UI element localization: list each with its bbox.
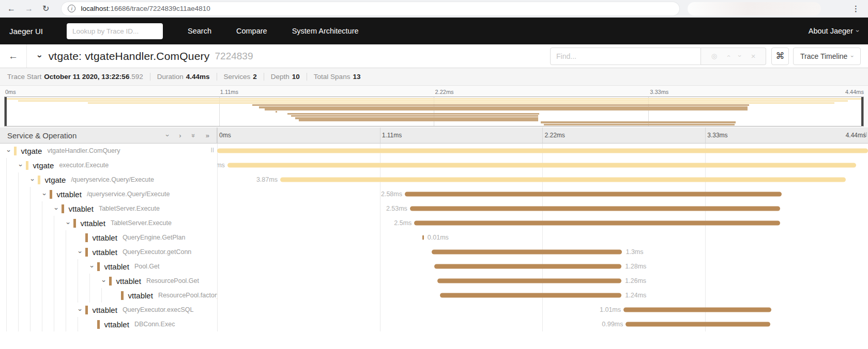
meta-duration: Duration4.44ms [157,73,210,81]
expand-all-icon[interactable]: » [206,132,209,139]
find-input[interactable] [550,47,701,65]
span-duration-bar[interactable] [432,250,622,255]
span-row[interactable]: ›vtgate/queryservice.Query/Execute3.87ms [0,172,868,187]
trace-view-selector[interactable]: Trace Timeline › [793,47,861,65]
tree-guide-line [30,187,31,201]
minimap-span-bar [544,124,735,125]
span-timeline-cell: 0.99ms [217,317,868,331]
nav-item-compare[interactable]: Compare [236,27,267,35]
span-name-cell: ›vttabletResourcePool.Get [0,274,217,288]
tree-guide-line [6,172,7,187]
span-duration-bar[interactable] [422,235,424,240]
span-duration-bar[interactable] [410,207,780,211]
service-name: vttablet [93,233,117,242]
span-expand-chevron-icon[interactable]: › [88,263,96,270]
tree-guide-line [6,259,7,274]
time-tick-label: 0ms [5,89,16,95]
tree-guide-line [42,317,42,331]
span-duration-bar[interactable] [626,322,770,327]
tree-guide-line [18,172,19,187]
tree-guide-line [42,245,42,259]
span-duration-bar[interactable] [440,293,621,298]
span-duration-bar[interactable] [623,308,771,312]
collapse-one-icon[interactable]: › [166,132,169,139]
span-timeline-cell: ms [217,158,868,172]
jaeger-logo[interactable]: Jaeger UI [9,27,43,36]
span-row[interactable]: ›vttabletPool.Get1.28ms [0,259,868,274]
next-match-icon[interactable]: › [739,53,741,59]
span-expand-chevron-icon[interactable]: › [5,148,12,154]
tree-guide-line [30,288,31,303]
browser-back-icon[interactable]: ← [7,5,16,13]
focus-match-icon[interactable]: ◎ [711,53,717,59]
timeline-ruler: || 0ms1.11ms2.22ms3.33ms4.44ms [217,128,868,143]
span-row[interactable]: ›vttabletTabletServer.Execute2.5ms [0,216,868,230]
meta-trace-start: Trace StartOctober 11 2020, 13:22:56.592 [7,73,143,81]
span-row[interactable]: ›vtgatevtgateHandler.ComQuery [0,144,868,158]
url-text: localhost:16686/trace/7224839c11ae4810 [81,5,210,12]
minimap-canvas[interactable] [4,97,864,126]
span-row[interactable]: ›vttabletQueryEngine.GetPlan0.01ms [0,230,868,245]
browser-reload-icon[interactable]: ↻ [42,5,49,13]
minimap-span-bar [287,113,539,115]
span-duration-bar[interactable] [434,264,621,269]
minimap-span-bar [299,119,538,121]
span-duration-bar[interactable] [280,178,846,182]
site-info-icon[interactable]: i [68,5,75,12]
span-duration-bar[interactable] [227,163,856,168]
span-row[interactable]: ›vttabletDBConn.Exec0.99ms [0,317,868,331]
time-tick-label: 1.11ms [220,89,238,95]
tree-guide-line [54,317,54,331]
service-name: vttablet [93,248,117,257]
expand-one-icon[interactable]: › [179,132,181,139]
span-row[interactable]: ›vttabletTabletServer.Execute2.53ms [0,201,868,216]
prev-match-icon[interactable]: › [727,53,729,59]
nav-item-system-architecture[interactable]: System Architecture [292,27,359,35]
span-expand-chevron-icon[interactable]: › [77,307,84,313]
back-button[interactable]: ← [0,44,27,68]
clear-find-icon[interactable]: × [751,52,756,60]
tree-guide-line [42,201,42,216]
meta-value: 2 [253,73,257,81]
column-splitter[interactable]: || [211,147,215,152]
address-bar[interactable]: i localhost:16686/trace/7224839c11ae4810 [62,2,679,15]
tree-guide-line [18,230,19,245]
meta-value-suffix: .592 [129,73,143,81]
span-duration-bar[interactable] [414,221,780,226]
browser-toolbar: ← → ↻ i localhost:16686/trace/7224839c11… [0,0,868,18]
keyboard-shortcuts-button[interactable]: ⌘ [771,47,789,65]
about-jaeger-menu[interactable]: About Jaeger › [809,27,859,35]
nav-item-search[interactable]: Search [188,27,211,35]
tree-guide-line [54,245,54,259]
span-row[interactable]: ›vttabletResourcePool.factory1.24ms [0,288,868,303]
tree-guide-line [54,303,54,317]
collapse-trace-detail-icon[interactable]: › [38,51,41,61]
span-duration-bar[interactable] [437,279,621,283]
span-expand-chevron-icon[interactable]: › [77,249,84,256]
time-tick-label: 4.44ms [846,132,866,139]
span-name-cell: ›vtgate/queryservice.Query/Execute [0,172,217,187]
browser-forward-icon[interactable]: → [25,5,33,13]
span-expand-chevron-icon[interactable]: › [29,177,36,183]
minimap-left-scrubber[interactable] [5,97,7,126]
span-expand-chevron-icon[interactable]: › [53,205,60,212]
minimap-right-scrubber[interactable] [861,97,863,126]
span-duration-bar[interactable] [217,149,868,153]
span-expand-chevron-icon[interactable]: › [41,191,48,198]
span-row[interactable]: ›vttablet/queryservice.Query/Execute2.58… [0,187,868,201]
trace-id-lookup-input[interactable] [67,23,163,39]
span-row[interactable]: ›vttabletQueryExecutor.execSQL1.01ms [0,303,868,317]
collapse-all-icon[interactable]: » [192,132,195,139]
operation-name: vtgateHandler.ComQuery [47,147,120,154]
service-name: vttablet [93,306,117,314]
span-row[interactable]: ›vttabletResourcePool.Get1.26ms [0,274,868,288]
span-duration-bar[interactable] [405,192,782,197]
span-row[interactable]: ›vtgateexecutor.Executems [0,158,868,172]
tree-guide-line [6,230,7,245]
minimap-span-bar [295,117,538,119]
span-row[interactable]: ›vttabletQueryExecutor.getConn1.3ms [0,245,868,259]
span-expand-chevron-icon[interactable]: › [65,220,72,227]
span-expand-chevron-icon[interactable]: › [100,278,108,284]
browser-menu-icon[interactable]: ⋮ [852,4,860,13]
span-expand-chevron-icon[interactable]: › [17,162,24,169]
